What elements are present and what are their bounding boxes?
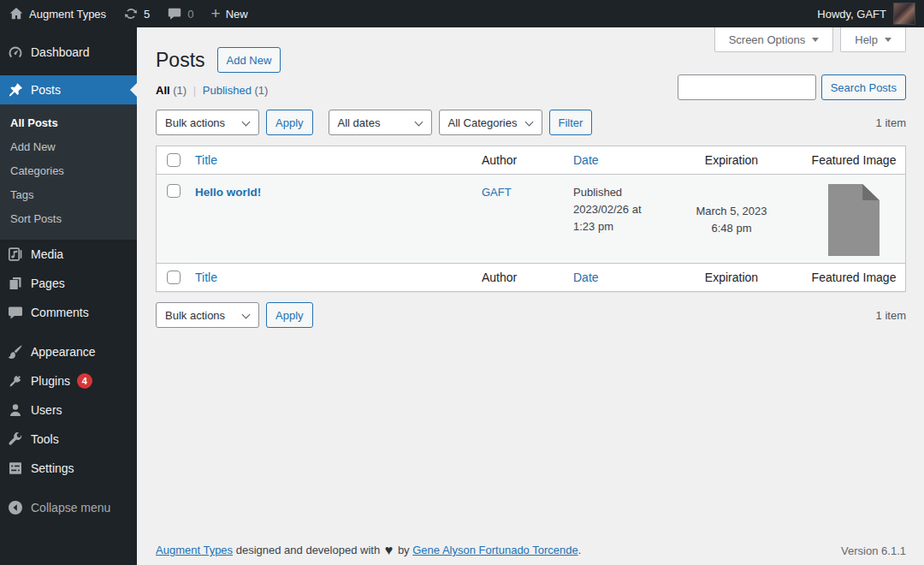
post-expiration-cell: March 5, 2023 6:48 pm [660, 175, 803, 263]
bulk-actions-select-bottom[interactable]: Bulk actions [156, 302, 259, 328]
filter-button[interactable]: Filter [549, 110, 593, 135]
footer-theme-link[interactable]: Augment Types [156, 544, 233, 556]
arrow-down-icon [885, 38, 891, 45]
apply-button-bottom[interactable]: Apply [266, 302, 313, 328]
sidebar-item-media[interactable]: Media [0, 240, 137, 269]
sidebar-item-settings[interactable]: Settings [0, 454, 137, 483]
menu-separator [0, 327, 137, 337]
column-footer-expiration: Expiration [705, 271, 758, 284]
chevron-down-icon [242, 311, 251, 319]
site-menu[interactable]: Augment Types [0, 0, 115, 27]
category-filter-select[interactable]: All Categories [439, 110, 542, 135]
column-footer-date[interactable]: Date [573, 271, 599, 284]
submenu-item-categories[interactable]: Categories [0, 159, 137, 183]
view-separator: | [193, 84, 196, 97]
sidebar-item-posts[interactable]: Posts [0, 75, 137, 104]
sidebar-item-appearance[interactable]: Appearance [0, 337, 137, 366]
column-header-expiration: Expiration [705, 153, 758, 167]
footer-author-link[interactable]: Gene Alyson Fortunado Torcende [412, 544, 578, 556]
row-checkbox[interactable] [167, 184, 181, 198]
comments-menu[interactable]: 0 [158, 0, 202, 27]
column-header-date[interactable]: Date [573, 153, 599, 167]
post-date-cell: Published 2023/02/26 at 1:23 pm [565, 175, 660, 263]
sidebar-item-comments[interactable]: Comments [0, 298, 137, 327]
bulk-actions-value: Bulk actions [165, 309, 225, 322]
bottom-toolbar: Bulk actions Apply 1 item [156, 302, 906, 328]
footer-credit: Augment Types designed and developed wit… [156, 543, 581, 558]
date-filter-select[interactable]: All dates [329, 110, 432, 135]
admin-footer: Augment Types designed and developed wit… [156, 543, 906, 558]
search-posts-button[interactable]: Search Posts [821, 74, 906, 100]
sidebar-item-label: Plugins [31, 374, 70, 388]
pushpin-icon [7, 81, 24, 98]
item-count-bottom: 1 item [876, 309, 906, 322]
sidebar-item-dashboard[interactable]: Dashboard [0, 38, 137, 67]
howdy-text: Howdy, GAFT [817, 8, 886, 21]
view-published-link[interactable]: Published [203, 84, 252, 97]
site-name: Augment Types [29, 8, 106, 21]
menu-separator [0, 67, 137, 75]
sidebar-item-label: Users [31, 403, 62, 417]
sidebar-item-users[interactable]: Users [0, 396, 137, 425]
post-author-link[interactable]: GAFT [482, 184, 512, 201]
submenu-item-tags[interactable]: Tags [0, 183, 137, 207]
view-all-link[interactable]: All [156, 84, 170, 97]
plugins-update-badge: 4 [77, 373, 92, 389]
main-content: Screen Options Help Posts Add New All (1… [137, 27, 924, 565]
new-content-menu[interactable]: + New [203, 0, 257, 27]
screen-options-button[interactable]: Screen Options [714, 27, 834, 52]
column-footer-featured-image: Featured Image [812, 271, 897, 284]
submenu-item-sort-posts[interactable]: Sort Posts [0, 207, 137, 231]
footer-credit-text: designed and developed with [236, 544, 380, 556]
sidebar-item-tools[interactable]: Tools [0, 425, 137, 454]
admin-bar: Augment Types 5 0 + New Howdy, GAFT [0, 0, 924, 27]
table-header-row: Title Author Date Expiration Featured Im… [157, 146, 905, 175]
submenu-item-all-posts[interactable]: All Posts [0, 111, 137, 135]
admin-menu: Dashboard Posts All Posts Add New Catego… [0, 27, 137, 565]
comment-count: 0 [187, 8, 193, 21]
home-icon [9, 6, 24, 21]
table-row: Hello world! GAFT Published 2023/02/26 a… [157, 175, 905, 263]
comments-icon [7, 304, 24, 321]
chevron-down-icon [414, 118, 423, 127]
collapse-menu-label: Collapse menu [31, 501, 110, 514]
select-all-checkbox[interactable] [167, 271, 181, 284]
chevron-down-icon [524, 118, 533, 127]
help-label: Help [855, 33, 878, 46]
bulk-actions-select[interactable]: Bulk actions [156, 110, 259, 135]
apply-button[interactable]: Apply [266, 110, 313, 135]
paintbrush-icon [7, 343, 24, 360]
column-header-author: Author [482, 153, 517, 167]
collapse-menu-button[interactable]: Collapse menu [0, 493, 137, 522]
sidebar-item-plugins[interactable]: Plugins 4 [0, 366, 137, 396]
posts-table: Title Author Date Expiration Featured Im… [156, 146, 906, 292]
media-icon [7, 246, 24, 263]
update-count: 5 [144, 8, 150, 21]
top-toolbar: Bulk actions Apply All dates All Categor… [156, 110, 906, 135]
sidebar-item-pages[interactable]: Pages [0, 269, 137, 298]
sidebar-item-label: Settings [31, 461, 74, 475]
help-button[interactable]: Help [840, 27, 906, 52]
update-icon [123, 6, 139, 21]
sidebar-item-label: Tools [31, 432, 59, 446]
page-title: Posts [156, 47, 205, 73]
search-input[interactable] [678, 74, 816, 100]
view-filters: All (1) | Published (1) [156, 84, 268, 100]
post-featured-image-cell [803, 175, 905, 263]
submenu-item-add-new[interactable]: Add New [0, 135, 137, 159]
expiration-time: 6:48 pm [712, 220, 752, 237]
wrench-icon [7, 431, 24, 448]
avatar [893, 3, 915, 25]
table-footer-row: Title Author Date Expiration Featured Im… [157, 263, 905, 291]
featured-image-placeholder-icon [828, 184, 880, 256]
post-time: 1:23 pm [573, 220, 613, 233]
column-footer-title[interactable]: Title [195, 271, 217, 284]
version-text: Version 6.1.1 [841, 544, 906, 557]
post-title-link[interactable]: Hello world! [195, 184, 261, 202]
select-all-checkbox[interactable] [167, 153, 181, 167]
sidebar-item-label: Posts [31, 83, 61, 97]
my-account-menu[interactable]: Howdy, GAFT [808, 0, 924, 27]
add-new-button[interactable]: Add New [217, 47, 281, 73]
column-header-title[interactable]: Title [195, 153, 217, 167]
updates-menu[interactable]: 5 [115, 0, 158, 27]
